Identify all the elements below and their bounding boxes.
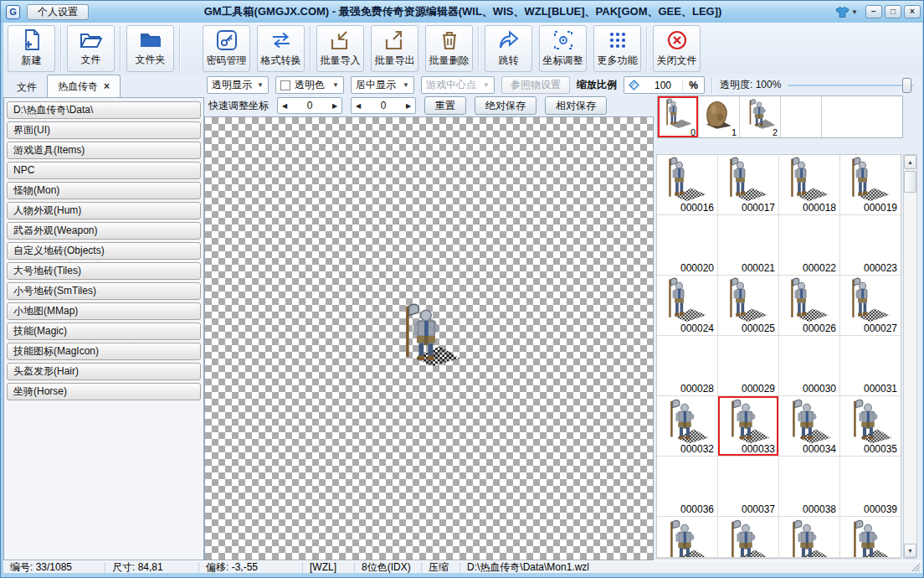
coord-x-value[interactable]: 0	[291, 100, 328, 111]
grid-cell[interactable]: 000034	[779, 396, 840, 457]
grid-cell-id: 000034	[803, 443, 836, 455]
sidebar-item[interactable]: 游戏道具(Items)	[7, 142, 201, 159]
grid-cell[interactable]: 000029	[718, 336, 779, 396]
grid-cell[interactable]: 000037	[718, 457, 779, 517]
more-functions-button[interactable]: 更多功能	[593, 25, 641, 72]
close-button[interactable]: ×	[904, 5, 921, 18]
sidebar-item[interactable]: 怪物(Mon)	[7, 182, 201, 199]
coord-y-value[interactable]: 0	[365, 100, 402, 111]
grid-cell[interactable]: 000033	[718, 396, 779, 457]
open-folder-button[interactable]: 文件夹	[126, 25, 174, 72]
grid-cell[interactable]: 000016	[657, 155, 718, 215]
sidebar-item[interactable]: 武器外观(Weapon)	[7, 222, 201, 240]
sidebar-item[interactable]: 坐骑(Horse)	[7, 383, 201, 400]
grid-cell[interactable]: 000038	[779, 457, 840, 517]
grid-cell[interactable]: 000031	[840, 336, 901, 396]
sidebar-item[interactable]: 技能(Magic)	[7, 323, 201, 340]
jump-button[interactable]: 跳转	[485, 25, 532, 72]
sidebar-item[interactable]: D:\热血传奇\Data\	[7, 101, 201, 119]
resize-grip[interactable]	[911, 563, 921, 572]
transparent-color-dropdown[interactable]: 透明色 ▼	[275, 76, 344, 94]
grid-cell[interactable]: 000022	[779, 215, 840, 276]
folder-icon	[139, 30, 162, 50]
grid-cell[interactable]: 000023	[840, 215, 901, 276]
grid-scrollbar[interactable]: ▲ ▼	[903, 154, 917, 559]
tab-project[interactable]: 热血传奇 ×	[47, 75, 121, 97]
grid-cell[interactable]	[718, 517, 779, 558]
batch-import-button[interactable]: 批量导入	[316, 25, 364, 72]
grid-cell[interactable]	[840, 517, 901, 558]
preview-cell[interactable]: 1	[699, 96, 740, 137]
sidebar-item[interactable]: 大号地砖(Tiles)	[7, 262, 201, 280]
absolute-save-button[interactable]: 绝对保存	[475, 96, 536, 115]
grid-cell[interactable]: 000032	[657, 396, 718, 457]
scrollbar-thumb[interactable]	[904, 171, 916, 193]
zoom-ratio-control: 100 %	[624, 76, 705, 94]
zoom-ratio-label: 缩放比例	[577, 78, 617, 92]
grid-cell[interactable]: 000027	[840, 276, 901, 336]
format-convert-button[interactable]: 格式转换	[257, 25, 305, 72]
zoom-value-input[interactable]: 100	[644, 80, 682, 91]
personal-settings-button[interactable]: 个人设置	[27, 4, 89, 20]
opacity-slider-thumb[interactable]	[902, 78, 911, 93]
grid-cell[interactable]	[779, 517, 840, 558]
grid-cell[interactable]	[657, 517, 718, 558]
grid-cell[interactable]: 000028	[657, 336, 718, 396]
grid-cell[interactable]: 000026	[779, 276, 840, 336]
stepper-right-icon[interactable]: ▶	[402, 102, 415, 110]
grid-cell[interactable]: 000021	[718, 215, 779, 276]
grid-cell[interactable]: 000039	[840, 457, 901, 517]
transparent-display-dropdown[interactable]: 透明显示 ▼	[207, 76, 269, 94]
stepper-left-icon[interactable]: ◀	[278, 102, 291, 110]
minimize-button[interactable]: −	[865, 5, 882, 18]
reset-button[interactable]: 重置	[424, 96, 466, 115]
grid-cell[interactable]: 000018	[779, 155, 840, 215]
new-button[interactable]: 新建	[8, 25, 55, 72]
grid-cell[interactable]: 000036	[657, 457, 718, 517]
password-manage-button[interactable]: 密码管理	[203, 25, 250, 72]
sidebar-item[interactable]: 自定义地砖(Objects)	[7, 242, 201, 260]
grid-cell[interactable]: 000019	[840, 155, 901, 215]
grid-cell-id: 000032	[680, 443, 714, 455]
tab-close-icon[interactable]: ×	[104, 80, 110, 92]
sidebar-item[interactable]: 界面(UI)	[7, 121, 201, 139]
batch-export-button[interactable]: 批量导出	[371, 25, 418, 72]
coord-adjust-button[interactable]: 坐标调整	[539, 25, 587, 72]
grid-cell[interactable]: 000020	[657, 215, 718, 276]
batch-delete-button[interactable]: 批量删除	[425, 25, 473, 72]
stepper-left-icon[interactable]: ◀	[352, 102, 365, 110]
scroll-up-icon[interactable]: ▲	[904, 155, 916, 169]
canvas-sprite[interactable]	[389, 302, 463, 375]
grid-cell[interactable]: 000030	[779, 336, 840, 396]
close-file-button[interactable]: 关闭文件	[653, 25, 701, 72]
preview-cell[interactable]: 0	[658, 96, 699, 137]
theme-skin-button[interactable]: ▼	[835, 6, 858, 18]
chevron-down-icon: ▼	[851, 8, 858, 16]
grid-cell-id: 000016	[680, 202, 714, 214]
sidebar-item[interactable]: NPC	[7, 162, 201, 179]
sidebar-item[interactable]: 技能图标(MagIcon)	[7, 343, 201, 360]
stepper-right-icon[interactable]: ▶	[328, 102, 341, 110]
sidebar-item[interactable]: 人物外观(Hum)	[7, 202, 201, 219]
center-display-dropdown[interactable]: 居中显示 ▼	[351, 76, 414, 94]
preview-cell[interactable]: 2	[740, 96, 781, 137]
grid-cell[interactable]: 000035	[840, 396, 901, 457]
relative-save-button[interactable]: 相对保存	[545, 96, 607, 115]
coord-x-stepper[interactable]: ◀ 0 ▶	[277, 97, 342, 114]
grid-cell[interactable]: 000017	[718, 155, 779, 215]
grid-cell[interactable]: 000025	[718, 276, 779, 336]
chevron-down-icon: ▼	[483, 81, 490, 89]
maximize-button[interactable]: □	[885, 5, 901, 18]
grid-cell[interactable]: 000024	[657, 276, 718, 336]
tab-file[interactable]: 文件	[7, 77, 47, 97]
sidebar-item[interactable]: 小号地砖(SmTiles)	[7, 282, 201, 300]
preview-cell[interactable]	[781, 96, 822, 137]
sidebar-item[interactable]: 头盔发形(Hair)	[7, 363, 201, 380]
coord-y-stepper[interactable]: ◀ 0 ▶	[351, 97, 416, 114]
sidebar-item[interactable]: 小地图(MMap)	[7, 302, 201, 320]
open-file-button[interactable]: 文件	[67, 25, 115, 72]
scroll-down-icon[interactable]: ▼	[904, 544, 916, 558]
sprite-canvas[interactable]	[204, 116, 654, 560]
opacity-slider[interactable]	[788, 77, 913, 94]
zoom-percent-button[interactable]: %	[682, 80, 704, 91]
